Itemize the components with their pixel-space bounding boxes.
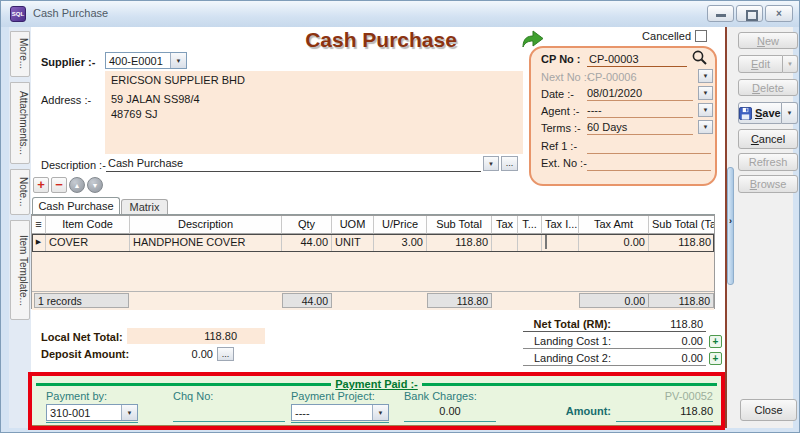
col-sub-total[interactable]: Sub Total	[427, 216, 492, 234]
grid-splitter-handle[interactable]	[727, 167, 734, 285]
terms-value[interactable]: 60 Days	[587, 121, 627, 133]
next-no-dropdown-button[interactable]: ▼	[698, 69, 713, 83]
new-button: New	[738, 32, 798, 49]
description-value[interactable]: Cash Purchase	[108, 157, 183, 169]
cell-item-code[interactable]: COVER	[46, 234, 130, 252]
grid-header-row: ≡ Item Code Description Qty UOM U/Price …	[32, 216, 714, 234]
sidebar-tab-more[interactable]: More...	[10, 31, 30, 77]
description-more-button[interactable]: ...	[501, 156, 518, 171]
cell-tax-amt[interactable]: 0.00	[579, 234, 649, 252]
terms-dropdown-button[interactable]: ▼	[698, 120, 713, 134]
address-line-1: 59 JALAN SS98/4	[111, 93, 200, 105]
save-dropdown-button[interactable]: ▼	[782, 102, 798, 124]
terms-underline	[587, 134, 693, 135]
cell-uprice[interactable]: 3.00	[374, 234, 427, 252]
agent-value[interactable]: ----	[587, 104, 602, 116]
deposit-amount-value[interactable]: 0.00	[113, 348, 213, 360]
col-tax-inclusive[interactable]: Tax I...	[542, 216, 579, 234]
date-label: Date :-	[541, 88, 574, 100]
sidebar-tab-note[interactable]: Note...	[10, 169, 30, 215]
tax-inclusive-checkbox[interactable]	[545, 235, 547, 249]
ext-no-field[interactable]	[587, 170, 711, 171]
grid-data-row[interactable]: ▶ COVER HANDPHONE COVER 44.00 UNIT 3.00 …	[32, 234, 714, 252]
col-tax[interactable]: Tax	[492, 216, 518, 234]
cancelled-checkbox[interactable]	[695, 30, 707, 42]
terms-label: Terms :-	[541, 122, 581, 134]
landing-cost1-value[interactable]: 0.00	[615, 335, 703, 347]
cell-sub-total[interactable]: 118.80	[427, 234, 492, 252]
agent-dropdown-button[interactable]: ▼	[698, 103, 713, 117]
col-description[interactable]: Description	[130, 216, 282, 234]
deposit-more-button[interactable]: ...	[217, 347, 234, 361]
add-row-button[interactable]: +	[33, 177, 49, 193]
col-tax2[interactable]: T...	[518, 216, 542, 234]
cp-no-underline	[587, 66, 687, 67]
landing-cost2-add-button[interactable]: +	[709, 352, 722, 365]
window-title: Cash Purchase	[33, 7, 108, 19]
cell-sub-total-tax[interactable]: 118.80	[649, 234, 714, 252]
description-label: Description :-	[41, 159, 106, 171]
tab-cash-purchase[interactable]: Cash Purchase	[32, 197, 120, 215]
chevron-down-icon: ▼	[703, 124, 709, 130]
chevron-down-icon: ▼	[703, 107, 709, 113]
cell-uom[interactable]: UNIT	[332, 234, 374, 252]
save-button[interactable]: Save	[738, 102, 782, 124]
ellipsis-icon: ...	[222, 352, 230, 356]
summary-sub-total: 118.80	[427, 293, 492, 308]
remove-row-button[interactable]: −	[51, 177, 67, 193]
app-icon-text: SQL	[11, 7, 25, 21]
edit-dropdown-button: ▼	[783, 55, 798, 73]
landing-cost1-add-button[interactable]: +	[709, 335, 722, 348]
col-sub-total-tax[interactable]: Sub Total (Tax)	[649, 216, 714, 234]
close-window-button[interactable]: ×	[765, 5, 793, 22]
grid-scroll-more-icon[interactable]: ›	[725, 216, 736, 226]
col-tax-amt[interactable]: Tax Amt	[579, 216, 649, 234]
cell-tax-inclusive[interactable]	[542, 234, 579, 252]
ext-no-label: Ext. No :-	[541, 157, 587, 169]
summary-sub-total-tax: 118.80	[648, 293, 714, 308]
ref1-field[interactable]	[587, 153, 711, 154]
col-item-code[interactable]: Item Code	[46, 216, 130, 234]
ref1-label: Ref 1 :-	[541, 140, 577, 152]
save-split-button[interactable]: Save ▼	[738, 102, 798, 124]
summary-records: 1 records	[34, 293, 129, 308]
row-selector-header-icon[interactable]: ≡	[32, 216, 46, 234]
floppy-disk-icon	[739, 107, 752, 120]
agent-underline	[587, 117, 693, 118]
cp-no-value[interactable]: CP-00003	[589, 53, 639, 65]
search-icon[interactable]	[691, 49, 708, 66]
current-row-marker-icon: ▶	[32, 234, 46, 252]
close-button[interactable]: Close	[740, 399, 797, 421]
description-dropdown-button[interactable]: ▼	[483, 156, 499, 171]
supplier-name: ERICSON SUPPLIER BHD	[111, 74, 245, 86]
sidebar-tab-item-template[interactable]: Item Template...	[10, 220, 30, 320]
date-underline	[587, 100, 693, 101]
net-total-label: Net Total (RM):	[441, 318, 611, 330]
col-uom[interactable]: UOM	[332, 216, 374, 234]
maximize-button[interactable]	[736, 5, 763, 22]
move-down-button[interactable]: ▼	[87, 177, 103, 193]
cell-qty[interactable]: 44.00	[282, 234, 332, 252]
chevron-down-icon: ▼	[787, 61, 793, 67]
landing-cost2-value[interactable]: 0.00	[615, 352, 703, 364]
cp-no-label: CP No :	[541, 53, 581, 65]
date-dropdown-button[interactable]: ▼	[698, 86, 713, 100]
tab-matrix[interactable]: Matrix	[121, 199, 168, 215]
date-value[interactable]: 08/01/2020	[587, 87, 642, 99]
cancel-button[interactable]: Cancel	[738, 129, 798, 149]
supplier-combo[interactable]: 400-E0001 ▼	[105, 52, 187, 69]
chevron-down-icon: ▼	[703, 90, 709, 96]
sidebar-tab-attachments[interactable]: Attachments...	[10, 82, 30, 164]
summary-tax-amt: 0.00	[579, 293, 649, 308]
close-icon: ×	[776, 8, 782, 19]
col-uprice[interactable]: U/Price	[374, 216, 427, 234]
cell-tax[interactable]	[492, 234, 518, 252]
chevron-down-icon[interactable]: ▼	[170, 53, 186, 68]
cell-tax2[interactable]	[518, 234, 542, 252]
supplier-code: 400-E0001	[106, 55, 170, 67]
move-up-button[interactable]: ▲	[69, 177, 85, 193]
cell-description[interactable]: HANDPHONE COVER	[130, 234, 282, 252]
col-qty[interactable]: Qty	[282, 216, 332, 234]
payment-highlight-annotation	[28, 372, 725, 430]
minimize-button[interactable]	[707, 5, 734, 22]
